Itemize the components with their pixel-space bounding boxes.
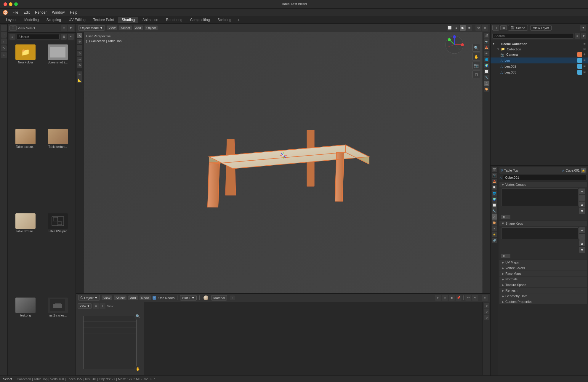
- outliner-item-scene-collection[interactable]: ▼ ◻ Scene Collection 👁: [491, 41, 588, 47]
- cursor-tool[interactable]: ✛: [77, 39, 82, 44]
- tab-sculpting[interactable]: Sculpting: [43, 17, 65, 23]
- collection-vis-icon[interactable]: 👁: [583, 47, 586, 51]
- filter-icon[interactable]: ▼: [68, 25, 74, 31]
- filter-options-icon[interactable]: ≡: [68, 34, 74, 40]
- prop-tab-render[interactable]: 📷: [492, 173, 497, 178]
- prop-tab-data[interactable]: △: [492, 214, 497, 220]
- outliner-item-camera[interactable]: 📷 Camera 👁: [491, 52, 588, 57]
- vstrip-object[interactable]: ⬜: [484, 69, 489, 74]
- collection-button[interactable]: ◻: [472, 71, 480, 78]
- scale-tool[interactable]: ⇔: [77, 57, 82, 62]
- tab-layout[interactable]: Layout: [2, 17, 20, 23]
- grid-view-icon[interactable]: ⊞: [61, 34, 67, 40]
- ne-pin-icon[interactable]: 📌: [456, 295, 462, 301]
- select-tool[interactable]: ↖: [77, 33, 82, 38]
- vg-add-button[interactable]: +: [579, 188, 585, 194]
- leg002-vis-icon[interactable]: 👁: [583, 65, 586, 68]
- vstrip-data[interactable]: △: [484, 81, 489, 86]
- move-tool[interactable]: ↔: [77, 45, 82, 50]
- home-icon[interactable]: ⌂: [9, 34, 15, 40]
- close-button[interactable]: [4, 2, 7, 6]
- rotate-tool[interactable]: ↻: [77, 51, 82, 56]
- prop-tab-view-layer[interactable]: 🔲: [492, 185, 497, 190]
- ne-redo-icon[interactable]: ↪: [472, 295, 478, 301]
- outliner-filter-icon[interactable]: ▼: [580, 25, 586, 31]
- tab-animation[interactable]: Animation: [139, 17, 162, 23]
- annotate-tool[interactable]: ✏: [77, 71, 82, 77]
- display-icon[interactable]: ⊞: [61, 25, 67, 31]
- tab-uv-editing[interactable]: UV Editing: [65, 17, 89, 23]
- file-item-test2[interactable]: test2-cycles...: [42, 296, 73, 380]
- nav-back-button[interactable]: ←: [1, 25, 7, 31]
- tab-scripting[interactable]: Scripting: [214, 17, 235, 23]
- texture-space-header[interactable]: ▶ Texture Space: [499, 282, 587, 287]
- outliner-type-dropdown[interactable]: ◻: [492, 25, 499, 31]
- prop-tab-output[interactable]: 📤: [492, 179, 497, 184]
- tab-shading[interactable]: Shading: [118, 17, 138, 23]
- outliner-item-leg003[interactable]: △ Leg.003 👁: [491, 69, 588, 75]
- ne-type-dropdown[interactable]: ⬡ Object ▼: [78, 295, 100, 301]
- render-mode-solid[interactable]: ●: [453, 25, 459, 31]
- render-mode-material[interactable]: ◐: [460, 25, 466, 31]
- preview-zoom-icon[interactable]: 🔍: [134, 313, 141, 320]
- status-select-label[interactable]: Select: [3, 377, 12, 381]
- zoom-button[interactable]: 🔍: [472, 44, 480, 52]
- viewport-add-btn[interactable]: Add: [134, 25, 143, 30]
- ne-select-btn[interactable]: Select: [114, 295, 126, 300]
- tab-compositing[interactable]: Compositing: [187, 17, 214, 23]
- view-layer-dropdown[interactable]: View Layer: [530, 25, 552, 31]
- tab-modeling[interactable]: Modeling: [21, 17, 42, 23]
- outliner-view-icon[interactable]: ≡: [575, 33, 580, 39]
- panel-type-dropdown[interactable]: ☰: [9, 25, 17, 31]
- node-canvas[interactable]: Table texture 3.png Color Alpha: [144, 302, 483, 375]
- file-item-screenshot[interactable]: Screenshot 2...: [42, 43, 73, 127]
- prop-tab-scene2[interactable]: 🌐: [492, 191, 497, 196]
- path-input[interactable]: [17, 34, 60, 39]
- camera-vis-icon[interactable]: 👁: [583, 53, 586, 56]
- sk-move-up-button[interactable]: ▲: [579, 240, 585, 246]
- shape-keys-list[interactable]: [501, 227, 579, 239]
- preview-hand-icon[interactable]: ✋: [134, 365, 141, 373]
- measure-tool[interactable]: 📐: [77, 77, 82, 83]
- material-dropdown[interactable]: Material: [211, 295, 227, 301]
- shape-keys-header[interactable]: ▶ Shape Keys: [499, 221, 587, 226]
- prop-tab-world[interactable]: 🌍: [492, 196, 497, 202]
- vstrip-render[interactable]: 📷: [484, 39, 489, 44]
- minimize-button[interactable]: [9, 2, 12, 6]
- file-item-table-texture-2[interactable]: Table texture..: [42, 128, 73, 211]
- file-item-table-texture-1[interactable]: Table texture...: [10, 128, 41, 211]
- vg-move-down-button[interactable]: ▼: [579, 208, 585, 214]
- viewport-mode-dropdown[interactable]: Object Mode ▼: [78, 25, 105, 31]
- outliner-filter-btn[interactable]: ▼: [581, 33, 586, 39]
- custom-props-header[interactable]: ▶ Custom Properties: [499, 299, 587, 304]
- pan-button[interactable]: ✋: [472, 53, 480, 60]
- outliner-item-collection[interactable]: ▼ 📁 Collection 👁: [491, 47, 588, 52]
- prop-tab-physics[interactable]: ⚡: [492, 232, 497, 237]
- file-item-test[interactable]: test.png: [10, 296, 41, 380]
- ne-add-small-icon[interactable]: +: [100, 303, 105, 309]
- vg-remove-button[interactable]: −: [579, 195, 585, 201]
- menu-file[interactable]: File: [10, 10, 20, 15]
- ne-add-btn[interactable]: Add: [128, 295, 138, 300]
- file-item-table-texture-3[interactable]: Table texture...: [10, 212, 41, 295]
- menu-window[interactable]: Window: [49, 10, 67, 15]
- ne-undo-icon[interactable]: ↩: [465, 295, 471, 301]
- ne-copy-icon[interactable]: ⎘: [435, 295, 441, 301]
- vstrip-scene[interactable]: 🎬: [484, 33, 489, 39]
- shield-icon[interactable]: 🔒: [581, 168, 586, 173]
- viewport-object-btn[interactable]: Object: [145, 25, 158, 30]
- menu-edit[interactable]: Edit: [21, 10, 32, 15]
- nav-forward-button[interactable]: →: [1, 32, 7, 38]
- ne-browse-icon[interactable]: ◉: [449, 295, 455, 301]
- file-item-new-folder[interactable]: New Folder: [10, 43, 41, 127]
- vg-assign-button[interactable]: ⊞ ···: [501, 215, 510, 219]
- header-select[interactable]: Select: [26, 26, 35, 30]
- vertex-groups-list[interactable]: [501, 188, 579, 206]
- vstrip-view[interactable]: 👁: [484, 51, 489, 56]
- ne-view-btn[interactable]: View: [102, 295, 112, 300]
- vg-move-up-button[interactable]: ▲: [579, 202, 585, 207]
- vstrip-modifier[interactable]: 🔧: [484, 75, 489, 80]
- vstrip-output[interactable]: 📤: [484, 45, 489, 50]
- add-workspace-button[interactable]: +: [235, 17, 241, 22]
- ne-node-btn[interactable]: Node: [140, 295, 151, 300]
